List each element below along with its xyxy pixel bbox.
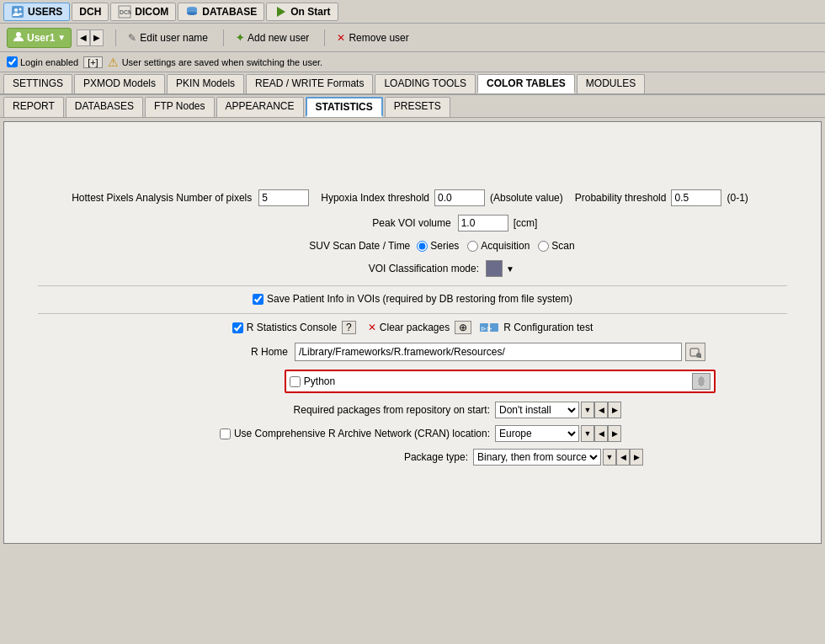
r-home-browse-button[interactable] — [685, 343, 705, 361]
hypoxia-input[interactable] — [434, 189, 485, 206]
tab-statistics[interactable]: STATISTICS — [306, 97, 383, 117]
remove-icon: ✕ — [337, 32, 345, 44]
tab-presets[interactable]: PRESETS — [385, 97, 450, 117]
user-next-arrow[interactable]: ▶ — [90, 29, 104, 46]
suv-acquisition-radio[interactable]: Acquisition — [467, 240, 530, 252]
absolute-value-label: (Absolute value) — [490, 192, 563, 204]
r-config-label: R Configuration test — [503, 322, 593, 333]
svg-point-2 — [19, 8, 22, 10]
remove-user-button[interactable]: ✕ Remove user — [330, 28, 415, 48]
cran-next-btn[interactable]: ▶ — [608, 425, 621, 442]
package-type-next-btn[interactable]: ▶ — [630, 449, 643, 466]
add-user-button[interactable]: ✦ Add new user — [229, 28, 316, 48]
suv-scan-radio[interactable]: Scan — [538, 240, 574, 252]
save-patient-checkbox[interactable]: Save Patient Info in VOIs (required by D… — [253, 293, 572, 305]
cran-select[interactable]: Europe — [495, 425, 579, 442]
main-tab-bar: SETTINGS PXMOD Models PKIN Models READ /… — [0, 72, 825, 95]
tab-modules[interactable]: MODULES — [577, 74, 645, 93]
python-checkbox-input[interactable] — [290, 376, 301, 387]
nav-users[interactable]: USERS — [3, 3, 70, 21]
package-type-prev-btn[interactable]: ◀ — [616, 449, 630, 466]
r-config-icon: ⊳⊳ — [480, 322, 500, 333]
users-icon — [11, 5, 24, 19]
tab-appearance[interactable]: APPEARANCE — [216, 97, 304, 117]
required-packages-dropdown-btn[interactable]: ▼ — [581, 402, 594, 418]
tab-loading[interactable]: LOADING TOOLS — [375, 74, 476, 93]
user-nav-arrows: ◀ ▶ — [77, 29, 104, 46]
package-type-row: Package type: Binary, then from source ▼… — [21, 449, 804, 466]
nav-dicom-label: DICOM — [135, 6, 168, 18]
r-refresh-button[interactable]: ⊕ — [455, 321, 471, 334]
tab-report[interactable]: REPORT — [3, 97, 64, 117]
python-label: Python — [304, 375, 335, 387]
svg-point-9 — [16, 32, 21, 37]
hottest-pixels-row: Hottest Pixels Analysis Number of pixels… — [21, 189, 804, 206]
nav-dch[interactable]: DCH — [72, 3, 109, 21]
warning-text: User settings are saved when switching t… — [122, 57, 322, 67]
svg-text:⊳⊳: ⊳⊳ — [481, 325, 492, 333]
login-enabled-label: Login enabled — [20, 57, 78, 67]
user-select[interactable]: User1 ▼ — [7, 28, 72, 48]
svg-point-7 — [187, 12, 197, 15]
main-content: Hottest Pixels Analysis Number of pixels… — [3, 121, 822, 544]
r-help-button[interactable]: ? — [342, 321, 356, 334]
plus-label: [+] — [88, 57, 98, 67]
plus-button[interactable]: [+] — [83, 56, 103, 68]
save-patient-input[interactable] — [253, 294, 263, 305]
dicom-icon: DCM — [118, 5, 131, 19]
nav-users-label: USERS — [28, 6, 62, 18]
voi-color-swatch[interactable] — [486, 260, 503, 277]
r-stats-checkbox[interactable]: R Statistics Console — [232, 322, 337, 333]
r-clear-button[interactable]: Clear packages — [380, 322, 450, 333]
edit-user-button[interactable]: ✎ Edit user name — [121, 28, 215, 48]
python-container: Python — [285, 370, 716, 393]
r-stats-row: R Statistics Console ? ✕ Clear packages … — [21, 321, 804, 334]
cran-prev-btn[interactable]: ◀ — [594, 425, 608, 442]
svg-line-15 — [700, 357, 702, 359]
python-path-input[interactable] — [335, 373, 689, 390]
tab-rw[interactable]: READ / WRITE Formats — [246, 74, 373, 93]
save-patient-label: Save Patient Info in VOIs (required by D… — [267, 293, 572, 305]
tab-settings[interactable]: SETTINGS — [3, 74, 72, 93]
tab-ftp[interactable]: FTP Nodes — [145, 97, 214, 117]
cran-checkbox[interactable]: Use Comprehensive R Archive Network (CRA… — [204, 428, 490, 439]
package-type-select[interactable]: Binary, then from source — [473, 449, 601, 466]
hypoxia-label: Hypoxia Index threshold — [321, 192, 429, 204]
required-packages-select[interactable]: Don't install — [495, 402, 579, 418]
voi-class-row: VOI Classification mode: ▼ — [21, 260, 804, 277]
toolbar-separator-3 — [324, 29, 325, 46]
sub-tab-bar: REPORT DATABASES FTP Nodes APPEARANCE ST… — [0, 95, 825, 118]
nav-dch-label: DCH — [79, 6, 101, 18]
r-stats-input[interactable] — [232, 322, 243, 333]
tab-pkin[interactable]: PKIN Models — [167, 74, 244, 93]
tab-color[interactable]: COLOR TABLES — [477, 74, 575, 93]
package-type-dropdown-btn[interactable]: ▼ — [603, 449, 616, 466]
required-packages-prev-btn[interactable]: ◀ — [594, 402, 608, 418]
login-enabled-input[interactable] — [7, 56, 18, 67]
tab-databases[interactable]: DATABASES — [66, 97, 143, 117]
tab-pxmod[interactable]: PXMOD Models — [74, 74, 165, 93]
user-prev-arrow[interactable]: ◀ — [77, 29, 90, 46]
r-home-input[interactable] — [295, 343, 682, 361]
probability-range: (0-1) — [727, 192, 748, 204]
voi-dropdown-arrow[interactable]: ▼ — [506, 264, 514, 274]
nav-database[interactable]: DATABASE — [178, 3, 264, 21]
login-enabled-checkbox[interactable]: Login enabled — [7, 56, 78, 67]
toolbar-separator-1 — [115, 29, 116, 46]
required-packages-next-btn[interactable]: ▶ — [608, 402, 621, 418]
svg-marker-8 — [277, 7, 285, 17]
edit-icon: ✎ — [128, 32, 136, 44]
hottest-pixels-input[interactable] — [258, 189, 309, 206]
cran-checkbox-input[interactable] — [220, 428, 231, 439]
python-gear-button[interactable] — [692, 373, 711, 390]
nav-onstart[interactable]: On Start — [266, 3, 338, 21]
suv-series-radio[interactable]: Series — [417, 240, 459, 252]
probability-input[interactable] — [671, 189, 721, 206]
cran-dropdown-btn[interactable]: ▼ — [581, 425, 594, 442]
peak-voi-input[interactable] — [458, 215, 508, 232]
python-checkbox[interactable]: Python — [290, 375, 335, 387]
required-packages-nav: ▼ ◀ ▶ — [581, 402, 621, 418]
r-stats-label: R Statistics Console — [247, 322, 337, 333]
nav-dicom[interactable]: DCM DICOM — [110, 3, 176, 21]
add-icon: ✦ — [236, 32, 244, 44]
